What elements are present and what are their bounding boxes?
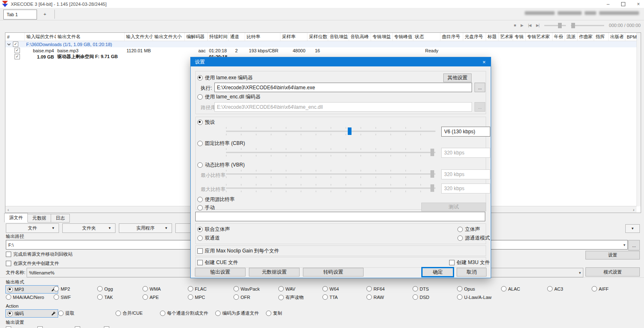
column-header[interactable]: 采样率 (280, 33, 307, 41)
format-option[interactable]: Ogg (97, 286, 113, 291)
format-option[interactable]: W64 (322, 286, 339, 291)
format-option[interactable]: SWF (54, 294, 71, 300)
column-header[interactable]: 输出文件名 (56, 33, 124, 41)
preset-slider[interactable] (226, 127, 435, 135)
format-option[interactable]: U-Law/A-Law (457, 294, 492, 300)
panel-tab[interactable]: 元数据 (27, 214, 51, 223)
column-header[interactable]: 作曲家 (577, 33, 594, 41)
maximize-icon[interactable] (621, 2, 625, 6)
column-header[interactable]: 光盘序号 (463, 33, 486, 41)
output-settings-button[interactable]: 输出设置 (195, 268, 246, 277)
format-option[interactable]: RAW (366, 294, 384, 300)
column-header[interactable]: 采样位数 (307, 33, 328, 41)
vbr-option[interactable]: 动态比特率 (VBR) (197, 162, 245, 169)
checkbox[interactable] (6, 261, 11, 266)
column-header[interactable]: 艺术家 (498, 33, 513, 41)
browse-output-path-button[interactable]: ... (628, 240, 640, 250)
metadata-settings-button[interactable]: 元数据设置 (249, 268, 300, 277)
action-option[interactable]: 复制 (266, 310, 282, 316)
move-to-recycle-option[interactable]: 完成后将源文件移动到回收站 (6, 251, 73, 257)
column-header[interactable]: 标题 (486, 33, 498, 41)
summary-checkbox[interactable]: ✓ (15, 54, 20, 59)
format-option[interactable]: OFR (234, 294, 250, 300)
transcode-settings-button[interactable]: 转码设置 (303, 268, 364, 277)
dual-channel-option[interactable]: 双通道 (197, 235, 220, 242)
panel-tab[interactable]: 日志 (51, 214, 70, 223)
format-option[interactable]: Opus (457, 286, 475, 291)
checkbox[interactable] (6, 252, 11, 257)
checkbox[interactable] (104, 326, 109, 328)
column-header[interactable]: 输出文件大小 (152, 33, 184, 41)
column-header[interactable]: # (5, 33, 25, 41)
column-header[interactable]: 持续时间 (207, 33, 228, 41)
column-header[interactable]: 通道 (228, 33, 245, 41)
file-row[interactable]: ✓ baise.mp4 baise.mp3 1120.01 MB aac 01:… (5, 47, 639, 54)
format-option[interactable]: DTS (413, 286, 429, 291)
dialog-title-bar[interactable]: 设置 (191, 57, 491, 66)
cancel-button[interactable]: 取消 (457, 268, 487, 277)
checkbox[interactable] (197, 248, 203, 254)
action-option[interactable]: 合并/CUE (116, 310, 143, 316)
action-option[interactable]: 编码为多通道文件 (215, 310, 259, 316)
ok-button[interactable]: 确定 (422, 268, 453, 277)
format-option[interactable]: WMA (143, 286, 161, 291)
use-lame-dll-option[interactable]: 使用 lame_enc.dll 编码器 (197, 93, 261, 100)
scroll-right-icon[interactable]: › (633, 207, 634, 212)
format-option[interactable]: 有声读物 (278, 294, 304, 301)
tab-1[interactable]: Tab 1 (3, 10, 37, 20)
column-header[interactable]: 专辑 (513, 33, 525, 41)
format-option[interactable]: M4A/AAC/Nero (6, 294, 44, 300)
stereo-option[interactable]: 立体声 (457, 226, 480, 233)
pattern-settings-button[interactable]: 模式设置 (585, 267, 640, 277)
format-option[interactable]: ALAC (501, 286, 520, 291)
column-header[interactable]: 专辑艺术家 (525, 33, 552, 41)
noclip-gain-option[interactable]: 应用 Max Noclip Gain 到每个文件 (197, 247, 279, 255)
column-header[interactable]: 曲目序号 (440, 33, 463, 41)
format-option[interactable]: MP2 (54, 286, 70, 291)
vertical-scrollbar[interactable] (637, 33, 641, 206)
column-header[interactable]: 指挥 (594, 33, 608, 41)
format-option[interactable]: TTA (322, 294, 338, 300)
preset-value[interactable]: V6 (130 kbps) (441, 127, 490, 137)
folder-group-row[interactable]: ✓ F:\360Downloads (1/1, 1.09 GB, 01:20:1… (5, 41, 639, 48)
column-header[interactable]: 专辑增益 (371, 33, 392, 41)
seek-slider[interactable] (571, 25, 604, 26)
menu-button[interactable]: 实用程序 ▼ (119, 223, 172, 233)
settings-button[interactable]: 设置 (585, 251, 640, 259)
column-header[interactable]: 音轨高峰 (349, 33, 371, 41)
format-option[interactable]: TAK (97, 294, 113, 300)
panel-tab[interactable]: 源文件 (4, 213, 28, 223)
volume-slider[interactable] (544, 25, 566, 26)
column-header[interactable]: 输入文件大小 (124, 33, 152, 41)
format-option[interactable]: FLAC (188, 286, 206, 291)
combo-arrow-icon[interactable]: ▾ (579, 271, 581, 275)
use-source-bitrate-option[interactable]: 使用源比特率 (197, 196, 235, 203)
menu-button[interactable]: 文件夹 ▼ (62, 223, 116, 233)
action-option[interactable]: 每个通道分割成文件 (160, 310, 208, 316)
column-header[interactable]: 输入端的文件名 (25, 33, 56, 41)
column-header[interactable]: 专辑峰值 (392, 33, 413, 41)
format-option[interactable]: AIFF (592, 286, 609, 291)
create-m3u-option[interactable]: 创建 M3U 文件 (449, 259, 490, 266)
next-track-icon[interactable]: ▶| (536, 23, 539, 27)
menu-button[interactable]: 文件 ▼ (6, 223, 59, 233)
preset-option[interactable]: 预设 (197, 119, 215, 126)
action-encode-selected[interactable]: 编码 (5, 309, 58, 318)
column-header[interactable]: 流派 (565, 33, 577, 41)
format-option[interactable]: WavPack (234, 286, 260, 291)
action-option[interactable]: 提取 (58, 310, 74, 316)
exec-path-input[interactable]: E:\Xrecode3\XRECODE64\bin\x64\lame.exe (214, 83, 472, 92)
manual-option[interactable]: 手动 (197, 204, 215, 211)
format-option[interactable]: RF64 (366, 286, 385, 291)
play-icon[interactable]: ▶ (521, 23, 523, 27)
format-mp3-selected[interactable]: MP3 (5, 285, 58, 294)
column-header[interactable]: 出版者 (608, 33, 625, 41)
cbr-option[interactable]: 固定比特率 (CBR) (197, 140, 245, 147)
dialog-close-icon[interactable]: × (477, 57, 491, 66)
create-cue-option[interactable]: 创建 CUE 文件 (197, 259, 238, 266)
format-option[interactable]: AC3 (547, 286, 563, 291)
close-icon[interactable]: × (637, 1, 640, 7)
other-settings-button[interactable]: 其他设置 (443, 73, 472, 82)
slider-thumb[interactable] (348, 127, 351, 135)
file-checkbox[interactable]: ✓ (15, 48, 20, 53)
